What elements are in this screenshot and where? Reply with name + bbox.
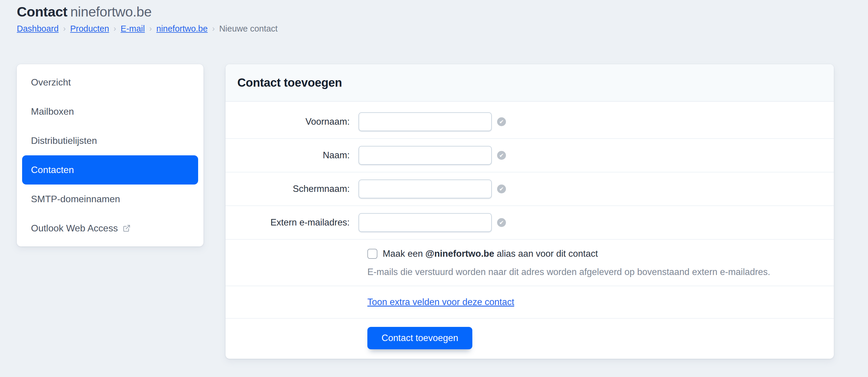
naam-input[interactable] (359, 146, 492, 165)
sidebar-item-label: Overzicht (31, 77, 71, 88)
alias-label-suffix: alias aan voor dit contact (494, 249, 598, 259)
form-row-submit: Contact toevoegen (225, 319, 834, 359)
voornaam-input[interactable] (359, 112, 492, 131)
panel-header: Contact toevoegen (225, 64, 834, 102)
contact-toevoegen-button[interactable]: Contact toevoegen (367, 327, 472, 349)
voornaam-label: Voornaam: (232, 117, 359, 127)
sidebar-item-contacten[interactable]: Contacten (22, 155, 198, 185)
schermnaam-label: Schermnaam: (232, 184, 359, 194)
alias-checkbox-label: Maak een @ninefortwo.be alias aan voor d… (383, 249, 598, 259)
sidebar-item-smtp-domeinnamen[interactable]: SMTP-domeinnamen (22, 185, 198, 214)
page-title-primary: Contact (17, 4, 67, 20)
breadcrumb-separator-icon: › (114, 24, 116, 34)
page-title-domain: ninefortwo.be (70, 4, 152, 20)
check-circle-icon: ✔ (497, 117, 506, 126)
page-title: Contactninefortwo.be (17, 3, 834, 20)
sidebar-item-mailboxen[interactable]: Mailboxen (22, 97, 198, 126)
breadcrumb: Dashboard › Producten › E-mail › ninefor… (17, 24, 834, 34)
breadcrumb-separator-icon: › (63, 24, 66, 34)
form-row-extern-emailadres: Extern e-mailadres: ✔ (225, 206, 834, 240)
sidebar-item-overzicht[interactable]: Overzicht (22, 68, 198, 97)
sidebar: Overzicht Mailboxen Distributielijsten C… (17, 64, 204, 246)
extra-fields-link[interactable]: Toon extra velden voor deze contact (367, 297, 514, 307)
sidebar-item-distributielijsten[interactable]: Distributielijsten (22, 126, 198, 155)
breadcrumb-separator-icon: › (212, 24, 215, 34)
form-row-schermnaam: Schermnaam: ✔ (225, 172, 834, 206)
naam-label: Naam: (232, 150, 359, 161)
contact-form-panel: Contact toevoegen Voornaam: ✔ Naam: ✔ Sc… (225, 64, 834, 359)
breadcrumb-link-email[interactable]: E-mail (121, 24, 145, 34)
breadcrumb-link-domain[interactable]: ninefortwo.be (156, 24, 208, 34)
check-circle-icon: ✔ (497, 151, 506, 160)
form-row-naam: Naam: ✔ (225, 139, 834, 172)
sidebar-item-label: Contacten (31, 164, 74, 176)
check-circle-icon: ✔ (497, 218, 506, 227)
alias-label-prefix: Maak een (383, 249, 426, 259)
extern-emailadres-label: Extern e-mailadres: (232, 217, 359, 228)
sidebar-item-label: SMTP-domeinnamen (31, 194, 120, 205)
breadcrumb-current: Nieuwe contact (219, 24, 277, 34)
form-row-voornaam: Voornaam: ✔ (225, 102, 834, 139)
breadcrumb-link-producten[interactable]: Producten (70, 24, 109, 34)
sidebar-item-outlook-web-access[interactable]: Outlook Web Access (22, 214, 198, 243)
check-circle-icon: ✔ (497, 185, 506, 193)
panel-title: Contact toevoegen (237, 76, 822, 89)
sidebar-item-label: Outlook Web Access (31, 223, 118, 234)
alias-help-text: E-mails die verstuurd worden naar dit ad… (367, 267, 827, 277)
page: Contactninefortwo.be Dashboard › Product… (0, 0, 868, 359)
breadcrumb-link-dashboard[interactable]: Dashboard (17, 24, 59, 34)
extern-emailadres-input[interactable] (359, 213, 492, 232)
schermnaam-input[interactable] (359, 180, 492, 198)
sidebar-item-label: Mailboxen (31, 106, 74, 117)
sidebar-item-label: Distributielijsten (31, 135, 97, 146)
breadcrumb-separator-icon: › (149, 24, 152, 34)
external-link-icon (123, 224, 131, 232)
contact-form: Voornaam: ✔ Naam: ✔ Schermnaam: ✔ Extern… (225, 102, 834, 359)
alias-label-domain: @ninefortwo.be (426, 249, 494, 259)
form-row-extra-fields: Toon extra velden voor deze contact (225, 286, 834, 319)
content: Overzicht Mailboxen Distributielijsten C… (17, 64, 834, 359)
form-row-alias: Maak een @ninefortwo.be alias aan voor d… (225, 240, 834, 286)
alias-checkbox[interactable] (367, 249, 377, 259)
page-header: Contactninefortwo.be Dashboard › Product… (17, 3, 834, 34)
